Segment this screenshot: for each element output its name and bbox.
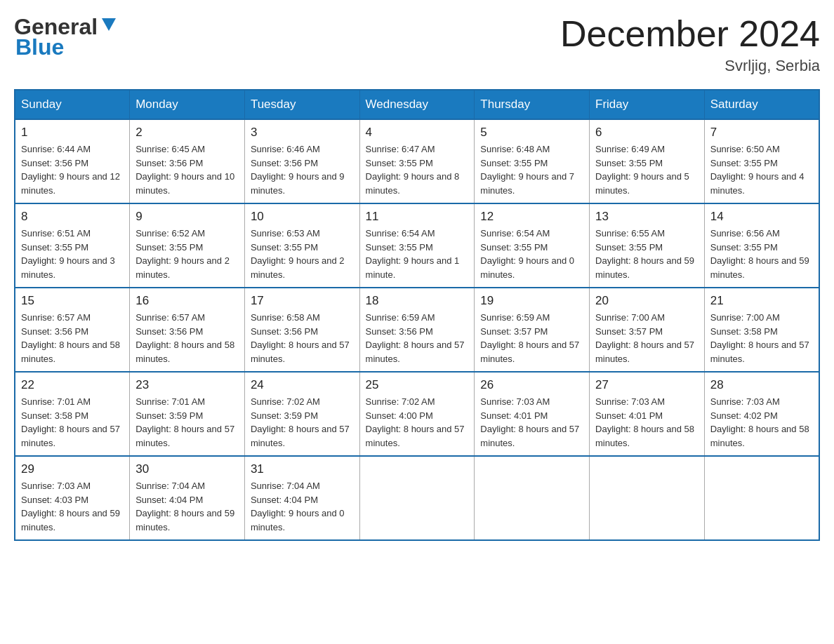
svg-marker-0	[102, 18, 116, 31]
logo-blue: Blue	[15, 34, 64, 60]
calendar-cell: 13Sunrise: 6:55 AMSunset: 3:55 PMDayligh…	[590, 203, 705, 288]
day-number: 2	[135, 126, 239, 140]
calendar-cell: 16Sunrise: 6:57 AMSunset: 3:56 PMDayligh…	[130, 288, 245, 372]
calendar-cell: 21Sunrise: 7:00 AMSunset: 3:58 PMDayligh…	[704, 288, 819, 372]
day-number: 23	[135, 378, 239, 392]
calendar-cell	[475, 456, 590, 540]
day-info: Sunrise: 6:59 AMSunset: 3:56 PMDaylight:…	[366, 311, 469, 365]
day-number: 5	[480, 126, 583, 140]
calendar-cell: 14Sunrise: 6:56 AMSunset: 3:55 PMDayligh…	[704, 203, 819, 288]
day-number: 6	[595, 126, 699, 140]
day-number: 14	[710, 210, 813, 224]
calendar-cell: 8Sunrise: 6:51 AMSunset: 3:55 PMDaylight…	[15, 203, 130, 288]
calendar-cell: 23Sunrise: 7:01 AMSunset: 3:59 PMDayligh…	[130, 372, 245, 456]
day-number: 31	[251, 462, 354, 476]
day-info: Sunrise: 6:45 AMSunset: 3:56 PMDaylight:…	[135, 142, 239, 197]
day-number: 24	[251, 378, 354, 392]
day-info: Sunrise: 6:46 AMSunset: 3:56 PMDaylight:…	[251, 142, 354, 197]
day-number: 8	[21, 210, 124, 224]
day-number: 13	[595, 210, 699, 224]
day-number: 30	[135, 462, 239, 476]
logo: General Blue	[14, 14, 119, 60]
calendar-week-5: 29Sunrise: 7:03 AMSunset: 4:03 PMDayligh…	[15, 456, 819, 540]
day-number: 17	[251, 294, 354, 308]
calendar-cell: 3Sunrise: 6:46 AMSunset: 3:56 PMDaylight…	[244, 119, 359, 203]
calendar-header-row: Sunday Monday Tuesday Wednesday Thursday…	[15, 90, 819, 119]
day-number: 10	[251, 210, 354, 224]
day-number: 9	[135, 210, 239, 224]
header-thursday: Thursday	[475, 90, 590, 119]
day-info: Sunrise: 6:52 AMSunset: 3:55 PMDaylight:…	[135, 227, 239, 281]
calendar-cell: 22Sunrise: 7:01 AMSunset: 3:58 PMDayligh…	[15, 372, 130, 456]
day-info: Sunrise: 6:51 AMSunset: 3:55 PMDaylight:…	[21, 227, 124, 281]
day-info: Sunrise: 7:02 AMSunset: 3:59 PMDaylight:…	[251, 395, 354, 450]
day-info: Sunrise: 6:54 AMSunset: 3:55 PMDaylight:…	[366, 227, 469, 281]
day-number: 12	[480, 210, 583, 224]
day-info: Sunrise: 6:48 AMSunset: 3:55 PMDaylight:…	[480, 142, 583, 197]
day-info: Sunrise: 6:57 AMSunset: 3:56 PMDaylight:…	[135, 311, 239, 365]
day-number: 16	[135, 294, 239, 308]
calendar-cell	[359, 456, 475, 540]
calendar-cell: 9Sunrise: 6:52 AMSunset: 3:55 PMDaylight…	[130, 203, 245, 288]
day-info: Sunrise: 6:47 AMSunset: 3:55 PMDaylight:…	[366, 142, 469, 197]
calendar-cell: 10Sunrise: 6:53 AMSunset: 3:55 PMDayligh…	[244, 203, 359, 288]
calendar-cell: 27Sunrise: 7:03 AMSunset: 4:01 PMDayligh…	[590, 372, 705, 456]
day-number: 7	[710, 126, 813, 140]
calendar-cell: 11Sunrise: 6:54 AMSunset: 3:55 PMDayligh…	[359, 203, 475, 288]
calendar-cell: 6Sunrise: 6:49 AMSunset: 3:55 PMDaylight…	[590, 119, 705, 203]
day-info: Sunrise: 7:03 AMSunset: 4:01 PMDaylight:…	[480, 395, 583, 450]
day-number: 4	[366, 126, 469, 140]
header-saturday: Saturday	[704, 90, 819, 119]
calendar-week-4: 22Sunrise: 7:01 AMSunset: 3:58 PMDayligh…	[15, 372, 819, 456]
day-info: Sunrise: 7:00 AMSunset: 3:57 PMDaylight:…	[595, 311, 699, 365]
calendar-table: Sunday Monday Tuesday Wednesday Thursday…	[14, 89, 820, 541]
day-info: Sunrise: 7:01 AMSunset: 3:58 PMDaylight:…	[21, 395, 124, 450]
calendar-cell: 17Sunrise: 6:58 AMSunset: 3:56 PMDayligh…	[244, 288, 359, 372]
day-number: 1	[21, 126, 124, 140]
day-number: 3	[251, 126, 354, 140]
calendar-cell: 24Sunrise: 7:02 AMSunset: 3:59 PMDayligh…	[244, 372, 359, 456]
day-number: 18	[366, 294, 469, 308]
day-info: Sunrise: 7:03 AMSunset: 4:02 PMDaylight:…	[710, 395, 813, 450]
day-info: Sunrise: 6:53 AMSunset: 3:55 PMDaylight:…	[251, 227, 354, 281]
calendar-week-3: 15Sunrise: 6:57 AMSunset: 3:56 PMDayligh…	[15, 288, 819, 372]
calendar-cell: 30Sunrise: 7:04 AMSunset: 4:04 PMDayligh…	[130, 456, 245, 540]
day-info: Sunrise: 7:02 AMSunset: 4:00 PMDaylight:…	[366, 395, 469, 450]
day-info: Sunrise: 6:44 AMSunset: 3:56 PMDaylight:…	[21, 142, 124, 197]
day-info: Sunrise: 7:00 AMSunset: 3:58 PMDaylight:…	[710, 311, 813, 365]
day-info: Sunrise: 6:50 AMSunset: 3:55 PMDaylight:…	[710, 142, 813, 197]
day-info: Sunrise: 6:49 AMSunset: 3:55 PMDaylight:…	[595, 142, 699, 197]
calendar-cell: 26Sunrise: 7:03 AMSunset: 4:01 PMDayligh…	[475, 372, 590, 456]
calendar-cell: 25Sunrise: 7:02 AMSunset: 4:00 PMDayligh…	[359, 372, 475, 456]
calendar-cell: 19Sunrise: 6:59 AMSunset: 3:57 PMDayligh…	[475, 288, 590, 372]
calendar-cell	[704, 456, 819, 540]
day-number: 27	[595, 378, 699, 392]
header-wednesday: Wednesday	[359, 90, 475, 119]
logo-triangle-icon	[99, 15, 119, 35]
calendar-cell: 7Sunrise: 6:50 AMSunset: 3:55 PMDaylight…	[704, 119, 819, 203]
location: Svrljig, Serbia	[560, 57, 820, 75]
calendar-cell: 15Sunrise: 6:57 AMSunset: 3:56 PMDayligh…	[15, 288, 130, 372]
calendar-cell: 4Sunrise: 6:47 AMSunset: 3:55 PMDaylight…	[359, 119, 475, 203]
day-info: Sunrise: 6:59 AMSunset: 3:57 PMDaylight:…	[480, 311, 583, 365]
day-number: 21	[710, 294, 813, 308]
day-info: Sunrise: 6:57 AMSunset: 3:56 PMDaylight:…	[21, 311, 124, 365]
day-number: 26	[480, 378, 583, 392]
day-number: 22	[21, 378, 124, 392]
day-number: 15	[21, 294, 124, 308]
day-info: Sunrise: 7:03 AMSunset: 4:01 PMDaylight:…	[595, 395, 699, 450]
day-info: Sunrise: 6:55 AMSunset: 3:55 PMDaylight:…	[595, 227, 699, 281]
day-info: Sunrise: 6:56 AMSunset: 3:55 PMDaylight:…	[710, 227, 813, 281]
day-info: Sunrise: 7:04 AMSunset: 4:04 PMDaylight:…	[251, 479, 354, 534]
day-info: Sunrise: 6:58 AMSunset: 3:56 PMDaylight:…	[251, 311, 354, 365]
day-number: 29	[21, 462, 124, 476]
calendar-cell: 29Sunrise: 7:03 AMSunset: 4:03 PMDayligh…	[15, 456, 130, 540]
header-sunday: Sunday	[15, 90, 130, 119]
calendar-cell: 18Sunrise: 6:59 AMSunset: 3:56 PMDayligh…	[359, 288, 475, 372]
header-tuesday: Tuesday	[244, 90, 359, 119]
calendar-cell: 28Sunrise: 7:03 AMSunset: 4:02 PMDayligh…	[704, 372, 819, 456]
title-section: December 2024 Svrljig, Serbia	[560, 14, 820, 75]
calendar-cell: 12Sunrise: 6:54 AMSunset: 3:55 PMDayligh…	[475, 203, 590, 288]
day-info: Sunrise: 7:04 AMSunset: 4:04 PMDaylight:…	[135, 479, 239, 534]
page-header: General Blue December 2024 Svrljig, Serb…	[14, 14, 820, 75]
